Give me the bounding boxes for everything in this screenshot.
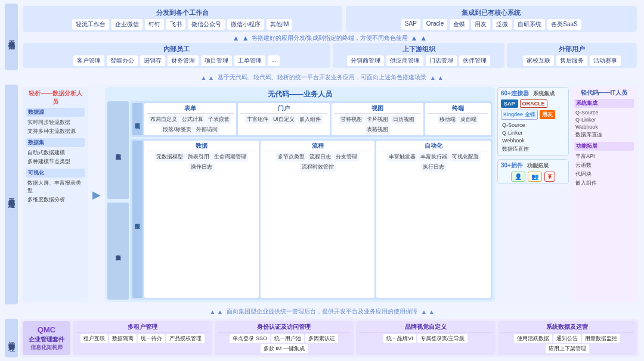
portal-items: 丰富组件 UI自定义 嵌入组件: [240, 115, 327, 124]
terminal-item-1: 桌面端: [459, 115, 478, 124]
int-item-3: 用友: [471, 19, 490, 30]
arrow-up-icon-4: ▲: [420, 34, 427, 42]
up-0: 分销商管理: [347, 55, 384, 66]
sd-3: 应用上下架管理: [546, 344, 589, 353]
internal-items: 客户管理 智能办公 进销存 财务管理 项目管理 工单管理 ...: [26, 55, 327, 66]
kingdee-logo: Kingdee 金蝶: [501, 110, 538, 120]
int-item-0: SAP: [401, 19, 420, 30]
br-0: 统一品牌VI: [383, 334, 416, 343]
sysdata-title: 系统数据及运营: [501, 323, 634, 332]
int-item-1: Oracle: [423, 19, 447, 30]
auto-items: 丰富触发器 丰富执行器 可视化配置 执行日志: [379, 153, 488, 172]
portal-item-1: UI自定义: [271, 115, 296, 124]
mt-2: 统一待办: [138, 334, 165, 343]
analytics-group-0: 数据源 实时同步轻流数据 支持多种主流数据源: [26, 108, 85, 136]
ops-modules: 多租户管理 租户互联 数据隔离 统一待办 产品授权管理 身份认证及访问管理: [73, 321, 637, 355]
sd-1: 通知公告: [553, 334, 581, 343]
conn-item-0: Q-Source: [501, 122, 565, 129]
internal-title: 内部员工: [26, 45, 327, 54]
int-item-5: 自研系统: [514, 19, 545, 30]
portal-item-0: 丰富组件: [245, 115, 270, 124]
int-item-4: 泛微: [493, 19, 512, 30]
lowcode-func-3: 嵌入组件: [574, 179, 634, 188]
sys-build-inner: 轻析——数据分析人员 数据源 实时同步轻流数据 支持多种主流数据源 数据集 自助…: [20, 85, 639, 304]
analytics-group-title-2: 可视化: [26, 169, 85, 178]
dist-item-3: 飞书: [166, 19, 185, 30]
int-item-2: 金蝶: [450, 19, 469, 30]
plugin-count: 30+插件 功能拓展: [501, 161, 565, 170]
conn-item-3: 数据库直连: [501, 145, 565, 154]
internal-box: 内部员工 客户管理 智能办公 进销存 财务管理 项目管理 工单管理 ...: [23, 43, 330, 68]
form-item-2: 子表嵌套: [206, 115, 231, 124]
data-item-3: 操作日志: [189, 163, 214, 172]
br-1: 专属登录页/主导航: [417, 334, 468, 343]
layer-label-biz: 报表嵌入触发业务: [107, 203, 129, 300]
multi-tenant-module: 多租户管理 租户互联 数据隔离 统一待办 产品授权管理: [73, 321, 212, 355]
ext-2: 活动赛事: [590, 55, 621, 66]
plugin-icon-1: 👤: [511, 172, 525, 182]
analytics-group-title-1: 数据集: [26, 138, 85, 147]
lowcode-sys-title: 系统集成: [574, 99, 634, 108]
lowcode-sys-2: Webhook: [574, 123, 634, 130]
layer-labels-col: 无需集成实时同步 报表嵌入触发业务: [107, 101, 129, 300]
sys-use-label: 系统使用: [5, 4, 18, 70]
int-e-6: ...: [268, 55, 280, 66]
nocode-content-area: 页面表现层 表单 布局自定义 公式计算 子表嵌套 段落/标签页: [131, 101, 493, 300]
external-items: 家校互联 售后服务 活动赛事: [510, 55, 633, 66]
plugin-icon-2: 👥: [528, 172, 542, 182]
analytics-item-2-0: 数据大屏、丰富报表类型: [26, 179, 85, 195]
plugin-icons: 👤 👥 ¥: [501, 172, 565, 182]
sysdata-module: 系统数据及运营 使用活跃数据 通知公告 用量数据监控 应用上下架管理: [498, 321, 637, 355]
ops-content: QMC 企业管理套件 信息化架构师 多租户管理 租户互联 数据隔离 统一待办 产…: [20, 319, 639, 357]
int-e-3: 财务管理: [168, 55, 199, 66]
ext-1: 售后服务: [556, 55, 587, 66]
sys-use-content: 分发到各个工作台 轻流工作台 企业微信 钉钉 飞书 微信公众号 微信小程序 其他…: [20, 4, 639, 70]
flow-item-3: 流程时效管控: [300, 163, 336, 172]
integrate-title: 集成到已有核心系统: [351, 8, 632, 17]
identity-items: 单点登录 SSO 统一用户池 多因素认证 多款 IM 一键集成: [218, 334, 351, 353]
data-item-1: 跨表引用: [186, 153, 211, 161]
flow-item-1: 流程日志: [308, 153, 333, 161]
up-1: 供应商管理: [386, 55, 423, 66]
dist-item-2: 钉钉: [145, 19, 164, 30]
ops-inner-section: QMC 企业管理套件 信息化架构师 多租户管理 租户互联 数据隔离 统一待办 产…: [20, 319, 639, 357]
plugin-icon-3: ¥: [544, 172, 555, 182]
multi-tenant-items: 租户互联 数据隔离 统一待办 产品授权管理: [76, 334, 209, 343]
sd-2: 用量数据监控: [582, 334, 620, 343]
distribute-title: 分发到各个工作台: [27, 8, 338, 17]
auto-item-2: 可视化配置: [450, 153, 481, 161]
id-1: 统一用户池: [271, 334, 304, 343]
dist-item-4: 微信公众号: [188, 19, 225, 30]
view-item-0: 甘特视图: [339, 115, 364, 124]
view-item-2: 日历视图: [391, 115, 416, 124]
lowcode-sys-3: 数据库直连: [574, 130, 634, 139]
analytics-item-0-1: 支持多种主流数据源: [26, 127, 85, 136]
analytics-red-label: 轻析——数据分析人员: [29, 90, 82, 105]
int-e-5: 工单管理: [234, 55, 265, 66]
biz-layer-label: 业务模型层: [132, 141, 143, 298]
ext-0: 家校互联: [523, 55, 554, 66]
view-block: 视图 甘特视图 卡片视图 日历视图 表格视图: [332, 103, 423, 135]
flow-title: 流程: [263, 142, 373, 151]
bot-arrow-right: ▲ ▲: [421, 309, 435, 315]
lowcode-sys-1: Q-Linker: [574, 116, 634, 123]
portal-block: 门户 丰富组件 UI自定义 嵌入组件: [238, 103, 330, 135]
int-e-2: 进销存: [140, 55, 165, 66]
analytics-item-2-1: 多维度数据分析: [26, 195, 85, 204]
qmc-title: QMC: [38, 325, 55, 335]
analytics-title: 轻析——数据分析人员: [26, 89, 85, 106]
form-title: 表单: [147, 104, 234, 114]
nocode-panel: 无代码——业务人员 无需集成实时同步 报表嵌入触发业务: [105, 87, 495, 302]
arrow-up-icon-2: ▲: [242, 34, 249, 42]
mt-3: 产品授权管理: [166, 334, 205, 343]
auto-item-1: 丰富执行器: [419, 153, 449, 161]
multi-tenant-title: 多租户管理: [76, 323, 209, 332]
bot-arrow-hint: 面向集团型企业提供统一管理后台，提供开发平台及业务应用的使用保障: [227, 307, 417, 316]
role-boxes-row: 内部员工 客户管理 智能办公 进销存 财务管理 项目管理 工单管理 ... 上下…: [23, 43, 637, 68]
lowcode-sys-group: 系统集成 Q-Source Q-Linker Webhook 数据库直连: [574, 99, 634, 139]
layer-label-page: 无需集成实时同步: [107, 101, 129, 199]
auto-item-0: 丰富触发器: [387, 153, 417, 161]
int-item-6: 各类SaaS: [547, 19, 581, 30]
brand-module: 品牌视觉自定义 统一品牌VI 专属登录页/主导航: [356, 321, 496, 355]
sys-build-content: 轻析——数据分析人员 数据源 实时同步轻流数据 支持多种主流数据源 数据集 自助…: [20, 85, 639, 304]
